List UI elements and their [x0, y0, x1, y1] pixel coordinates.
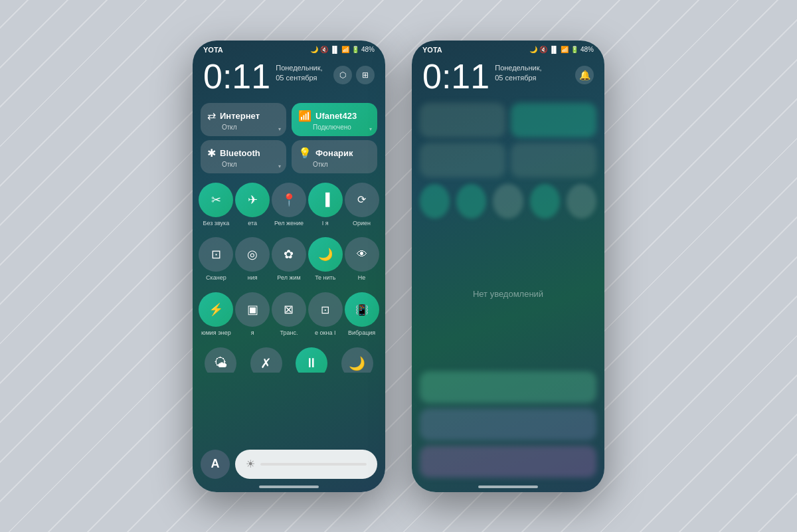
blurred-tile-4 — [511, 143, 596, 177]
blurred-round-3 — [493, 184, 523, 219]
rotate-btn-wrap[interactable]: ⟳ Ориен — [345, 183, 379, 227]
camera-icon-btn[interactable]: ⬡ — [333, 66, 352, 84]
orient-btn-wrap[interactable]: ▐ I я — [308, 183, 343, 227]
assistant-label: A — [211, 457, 220, 471]
silent-icon: ✂ — [211, 193, 221, 207]
orient-btn[interactable]: ▐ — [308, 183, 343, 217]
no-notifications-area: Нет уведомлений — [412, 221, 604, 367]
rotate-btn[interactable]: ⟳ — [345, 183, 379, 217]
eye-btn-wrap[interactable]: 👁 Не — [345, 237, 379, 282]
power-btn[interactable]: ⚡ — [199, 292, 233, 327]
silent-label: Без звука — [203, 220, 230, 227]
vibrate-btn-wrap[interactable]: 📳 Вибрация — [345, 292, 379, 337]
power-icon: ⚡ — [209, 302, 223, 317]
moon-icon-r: 🌙 — [529, 46, 537, 53]
clock-area-left: 0:11 Понедельник, 05 сентября ⬡ ⊞ — [193, 56, 385, 99]
internet-tile[interactable]: ⇄ Интернет Откл ▾ — [201, 103, 286, 136]
battery-pct: 48% — [361, 46, 375, 53]
status-bar-left: YOTA 🌙 🔇 ▐▌ 📶 🔋 48% — [193, 41, 385, 56]
round-row-4: 🌤 ✗ ⏸ 🌙 — [198, 345, 380, 373]
extra-icon1[interactable]: 🌤 — [205, 347, 236, 373]
flashlight-icon: 💡 — [298, 147, 311, 159]
eye-btn[interactable]: 👁 — [345, 237, 379, 272]
airplane-btn[interactable]: ✈ — [235, 183, 270, 217]
round-section-3: ⚡ юмия энер ▣ я ⊠ Транс. ⊡ е окна — [193, 287, 385, 342]
notif-settings-btn[interactable]: 🔔 — [575, 66, 594, 84]
window-btn-wrap[interactable]: ⊡ е окна I — [308, 292, 343, 337]
extra-btn3[interactable]: ⏸ — [296, 347, 327, 373]
flower-btn[interactable]: ✿ — [272, 237, 306, 272]
round-row-1: ✂ Без звука ✈ ета 📍 Рел жение ▐ — [198, 180, 380, 230]
extra-btn2[interactable]: ✗ — [250, 347, 282, 373]
internet-name: Интернет — [220, 111, 260, 121]
settings-icon-btn[interactable]: ⊞ — [356, 66, 375, 84]
assistant-button[interactable]: A — [201, 450, 230, 479]
brightness-slider[interactable]: ☀ — [235, 450, 377, 479]
flower-label: Рел жим — [277, 274, 300, 282]
status-icons-left: 🌙 🔇 ▐▌ 📶 🔋 48% — [310, 46, 375, 53]
brightness-icon: ☀ — [246, 458, 255, 470]
bluetooth-status: Откл — [207, 161, 280, 168]
trans-label: Транс. — [280, 329, 298, 337]
blurred-tile-1 — [420, 103, 505, 137]
airplane-icon: ✈ — [248, 193, 258, 207]
wifi-tile-icon: 📶 — [298, 110, 311, 122]
wifi-name: Ufanet423 — [315, 111, 357, 121]
screen-btn[interactable]: ▣ — [235, 292, 270, 327]
battery-icon: 🔋 — [351, 46, 359, 53]
silent-btn-wrap[interactable]: ✂ Без звука — [199, 183, 233, 227]
location-btn[interactable]: 📍 — [272, 183, 306, 217]
signal-icon-r: ▐▌ — [549, 46, 559, 53]
flashlight-status: Откл — [298, 161, 371, 168]
round-section-1: ✂ Без звука ✈ ета 📍 Рел жение ▐ — [193, 177, 385, 232]
clock-date-right: Понедельник, 05 сентября — [495, 63, 548, 84]
scanner-btn[interactable]: ⊡ — [199, 237, 233, 272]
scanner-btn-wrap[interactable]: ⊡ Сканер — [199, 237, 233, 282]
extra-icon2[interactable]: ✗ — [250, 347, 282, 373]
flashlight-tile[interactable]: 💡 Фонарик Откл — [292, 140, 377, 173]
record-icon: ◎ — [247, 247, 258, 262]
wifi-tile[interactable]: 📶 Ufanet423 Подключено ▾ — [292, 103, 377, 136]
extra-icon3[interactable]: ⏸ — [296, 347, 327, 373]
trans-btn-wrap[interactable]: ⊠ Транс. — [272, 292, 306, 337]
vibrate-btn[interactable]: 📳 — [345, 292, 379, 327]
trans-btn[interactable]: ⊠ — [272, 292, 306, 327]
scanner-label: Сканер — [206, 274, 226, 282]
rotate-label: Ориен — [353, 220, 371, 227]
round-row-3: ⚡ юмия энер ▣ я ⊠ Транс. ⊡ е окна — [198, 290, 380, 339]
night-btn-wrap[interactable]: 🌙 Те нить — [308, 237, 343, 282]
bluetooth-name: Bluetooth — [220, 148, 260, 158]
blurred-row-2 — [420, 143, 596, 177]
home-bar[interactable] — [259, 486, 319, 488]
silent-btn[interactable]: ✂ — [199, 183, 233, 217]
vibrate-icon: 📳 — [355, 304, 369, 316]
orient-label: I я — [322, 220, 329, 227]
screen-btn-wrap[interactable]: ▣ я — [235, 292, 270, 337]
record-btn[interactable]: ◎ — [235, 237, 270, 272]
flower-btn-wrap[interactable]: ✿ Рел жим — [272, 237, 306, 282]
window-btn[interactable]: ⊡ — [308, 292, 343, 327]
home-bar-right[interactable] — [478, 486, 538, 488]
blurred-row-1 — [420, 103, 596, 137]
mute-icon-r: 🔇 — [539, 46, 547, 53]
moon-icon: 🌙 — [310, 46, 318, 53]
record-btn-wrap[interactable]: ◎ ния — [235, 237, 270, 282]
carrier-right: YOTA — [422, 46, 442, 54]
power-btn-wrap[interactable]: ⚡ юмия энер — [199, 292, 233, 337]
internet-status: Откл — [207, 124, 280, 131]
power-label: юмия энер — [201, 329, 231, 337]
clock-area-right: 0:11 Понедельник, 05 сентября 🔔 — [412, 56, 604, 99]
blurred-round-2 — [456, 184, 486, 219]
battery-pct-r: 48% — [580, 46, 594, 53]
extra-btn4[interactable]: 🌙 — [341, 347, 373, 373]
airplane-btn-wrap[interactable]: ✈ ета — [235, 183, 270, 227]
eye-icon: 👁 — [357, 248, 367, 260]
quick-tiles-row2: ✱ Bluetooth Откл ▾ 💡 Фонарик Откл — [193, 140, 385, 177]
extra-btn1[interactable]: 🌤 — [205, 347, 236, 373]
night-icon: 🌙 — [318, 247, 333, 262]
location-btn-wrap[interactable]: 📍 Рел жение — [272, 183, 306, 227]
bluetooth-tile[interactable]: ✱ Bluetooth Откл ▾ — [201, 140, 286, 173]
night-btn[interactable]: 🌙 — [308, 237, 343, 272]
extra-icon4[interactable]: 🌙 — [341, 347, 373, 373]
status-icons-right: 🌙 🔇 ▐▌ 📶 🔋 48% — [529, 46, 594, 53]
